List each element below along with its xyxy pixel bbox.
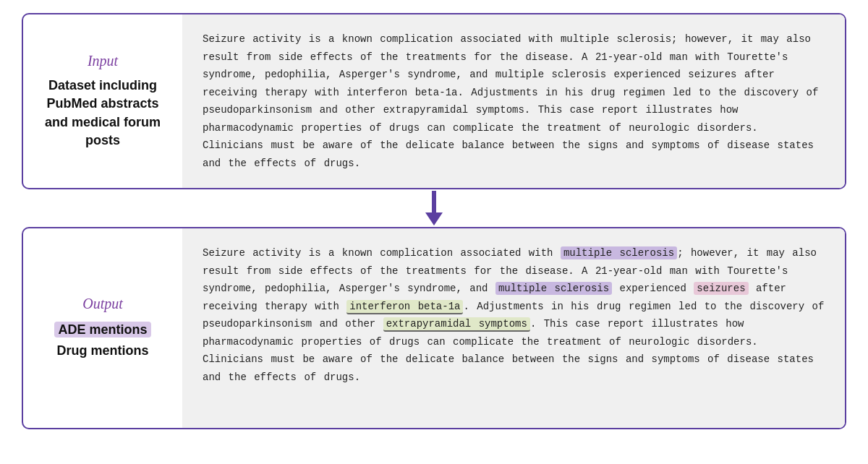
output-label: Output bbox=[82, 296, 123, 312]
arrow-head bbox=[425, 212, 443, 225]
arrow-shaft bbox=[432, 191, 436, 212]
highlight-multiple-sclerosis-2: multiple sclerosis bbox=[495, 282, 612, 295]
output-box: Output ADE mentions Drug mentions Seizur… bbox=[22, 227, 846, 429]
highlight-interferon-beta: interferon beta-1a bbox=[346, 300, 463, 314]
input-text: Seizure activity is a known complication… bbox=[203, 30, 825, 172]
output-description: ADE mentions Drug mentions bbox=[54, 319, 150, 361]
output-text: Seizure activity is a known complication… bbox=[203, 244, 825, 386]
input-left-panel: Input Dataset including PubMed abstracts… bbox=[23, 14, 182, 188]
input-label: Input bbox=[88, 53, 118, 69]
output-left-panel: Output ADE mentions Drug mentions bbox=[23, 228, 182, 428]
arrow-down bbox=[425, 191, 443, 225]
ade-highlight-label: ADE mentions bbox=[54, 322, 150, 338]
drug-mentions-label: Drug mentions bbox=[56, 343, 148, 358]
output-text-panel: Seizure activity is a known complication… bbox=[182, 228, 845, 428]
highlight-extrapyramidal: extrapyramidal symptoms bbox=[383, 317, 530, 332]
main-container: Input Dataset including PubMed abstracts… bbox=[22, 13, 846, 429]
arrow-container bbox=[22, 189, 846, 227]
input-description: Dataset including PubMed abstracts and m… bbox=[35, 77, 171, 150]
input-box: Input Dataset including PubMed abstracts… bbox=[22, 13, 846, 189]
input-text-panel: Seizure activity is a known complication… bbox=[182, 14, 845, 188]
highlight-seizures: seizures bbox=[694, 282, 748, 295]
highlight-multiple-sclerosis-1: multiple sclerosis bbox=[561, 246, 677, 259]
